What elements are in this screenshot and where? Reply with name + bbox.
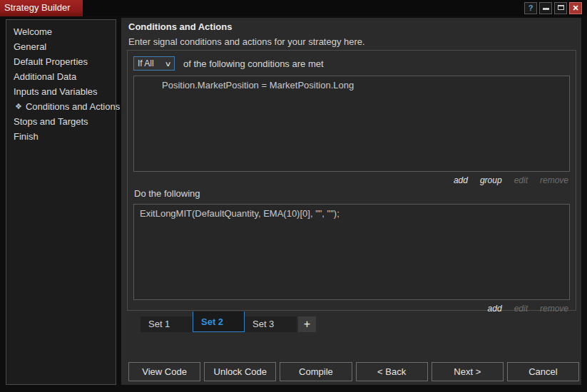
sidebar-item-default-properties[interactable]: Default Properties bbox=[6, 54, 116, 69]
conditions-actions-groupbox: If All ∨ of the following conditions are… bbox=[127, 50, 576, 311]
sidebar-item-inputs-and-variables[interactable]: Inputs and Variables bbox=[6, 84, 116, 99]
page-title: Conditions and Actions bbox=[128, 21, 581, 32]
actions-list[interactable]: ExitLongMIT(DefaultQuantity, EMA(10)[0],… bbox=[133, 204, 570, 300]
conditions-remove-link: remove bbox=[540, 175, 568, 186]
view-code-button[interactable]: View Code bbox=[128, 362, 200, 381]
main-panel: Conditions and Actions Enter signal cond… bbox=[121, 18, 581, 385]
condition-item[interactable]: Position.MarketPosition = MarketPosition… bbox=[136, 78, 567, 91]
minimize-icon bbox=[543, 8, 549, 10]
conditions-group-link[interactable]: group bbox=[480, 175, 502, 186]
window-title: Strategy Builder bbox=[0, 0, 83, 16]
sidebar-item-finish[interactable]: Finish bbox=[6, 129, 116, 144]
sidebar-item-conditions-and-actions[interactable]: ❖ Conditions and Actions bbox=[6, 99, 116, 114]
sidebar-item-stops-and-targets[interactable]: Stops and Targets bbox=[6, 114, 116, 129]
condition-operator-suffix: of the following conditions are met bbox=[183, 58, 324, 69]
footer-button-bar: View Code Unlock Code Compile < Back Nex… bbox=[128, 362, 579, 381]
sidebar-item-additional-data[interactable]: Additional Data bbox=[6, 69, 116, 84]
page-subtitle: Enter signal conditions and actions for … bbox=[128, 36, 581, 47]
minimize-button[interactable] bbox=[539, 2, 552, 14]
actions-add-link[interactable]: add bbox=[488, 304, 502, 314]
back-button[interactable]: < Back bbox=[356, 362, 428, 381]
window-controls: ? ✕ bbox=[524, 2, 582, 14]
conditions-add-link[interactable]: add bbox=[454, 175, 468, 186]
strategy-builder-window: Strategy Builder ? ✕ Welcome General Def… bbox=[0, 0, 587, 392]
current-step-diamond-icon: ❖ bbox=[15, 99, 22, 114]
unlock-code-button[interactable]: Unlock Code bbox=[204, 362, 276, 381]
conditions-edit-link: edit bbox=[514, 175, 528, 186]
tab-set-3[interactable]: Set 3 bbox=[245, 316, 297, 332]
actions-edit-link: edit bbox=[514, 304, 528, 314]
close-icon: ✕ bbox=[572, 4, 578, 12]
sidebar-item-label: Conditions and Actions bbox=[26, 99, 120, 114]
compile-button[interactable]: Compile bbox=[280, 362, 352, 381]
sidebar-item-welcome[interactable]: Welcome bbox=[6, 24, 116, 39]
conditions-links-row: add group edit remove bbox=[133, 175, 568, 186]
help-icon: ? bbox=[529, 4, 534, 12]
plus-icon: + bbox=[304, 318, 310, 330]
condition-set-tabs: Set 1 Set 2 Set 3 + bbox=[141, 311, 316, 332]
conditions-list[interactable]: Position.MarketPosition = MarketPosition… bbox=[133, 76, 570, 172]
title-bar: Strategy Builder ? ✕ bbox=[0, 0, 587, 16]
condition-operator-row: If All ∨ of the following conditions are… bbox=[133, 56, 570, 71]
maximize-icon bbox=[558, 5, 564, 10]
actions-remove-link: remove bbox=[540, 304, 568, 314]
tab-set-2[interactable]: Set 2 bbox=[193, 311, 245, 332]
next-button[interactable]: Next > bbox=[432, 362, 504, 381]
chevron-down-icon: ∨ bbox=[164, 60, 171, 68]
action-item[interactable]: ExitLongMIT(DefaultQuantity, EMA(10)[0],… bbox=[136, 207, 567, 219]
condition-operator-dropdown[interactable]: If All ∨ bbox=[133, 56, 175, 71]
maximize-button[interactable] bbox=[554, 2, 567, 14]
wizard-steps-sidebar: Welcome General Default Properties Addit… bbox=[6, 19, 116, 385]
cancel-button[interactable]: Cancel bbox=[507, 362, 579, 381]
actions-section-label: Do the following bbox=[134, 188, 570, 199]
close-button[interactable]: ✕ bbox=[569, 2, 582, 14]
add-set-button[interactable]: + bbox=[298, 316, 316, 332]
tab-set-1[interactable]: Set 1 bbox=[141, 316, 193, 332]
help-button[interactable]: ? bbox=[524, 2, 537, 14]
condition-operator-value: If All bbox=[138, 58, 154, 68]
sidebar-item-general[interactable]: General bbox=[6, 39, 116, 54]
